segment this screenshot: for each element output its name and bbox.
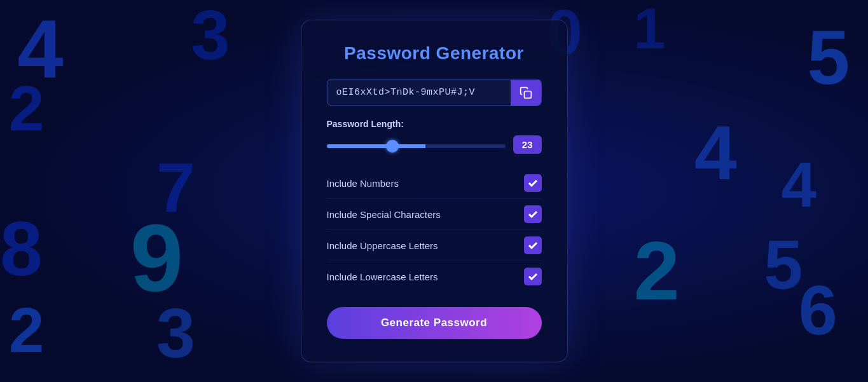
background-number: 8: [0, 210, 43, 287]
length-value-display: 23: [513, 135, 542, 154]
password-output: oEI6xXtd>TnDk-9mxPU#J;V: [327, 79, 511, 106]
background-number: 2: [633, 229, 679, 312]
option-label-numbers: Include Numbers: [327, 178, 399, 189]
check-icon: [528, 271, 538, 282]
card-title: Password Generator: [327, 43, 542, 64]
background-number: 9: [130, 210, 183, 306]
password-generator-card: Password Generator oEI6xXtd>TnDk-9mxPU#J…: [301, 20, 568, 362]
background-number: 5: [764, 229, 803, 299]
background-number: 3: [191, 0, 230, 70]
generate-password-button[interactable]: Generate Password: [327, 307, 542, 339]
svg-rect-0: [524, 91, 531, 98]
option-row-special: Include Special Characters: [327, 199, 542, 230]
slider-wrapper: [327, 139, 506, 151]
option-label-uppercase: Include Uppercase Letters: [327, 240, 438, 251]
background-number: 2: [9, 76, 45, 140]
length-label: Password Length:: [327, 119, 542, 129]
length-slider[interactable]: [327, 144, 506, 148]
checkbox-special[interactable]: [524, 205, 542, 223]
background-number: 1: [633, 0, 665, 57]
option-row-numbers: Include Numbers: [327, 168, 542, 199]
background-number: 4: [694, 114, 737, 191]
option-label-lowercase: Include Lowercase Letters: [327, 271, 438, 282]
options-container: Include NumbersInclude Special Character…: [327, 168, 542, 292]
background-number: 3: [156, 298, 195, 368]
checkbox-lowercase[interactable]: [524, 268, 542, 285]
background-number: 5: [807, 19, 850, 95]
option-label-special: Include Special Characters: [327, 209, 441, 220]
copy-button[interactable]: [511, 80, 541, 106]
copy-icon: [520, 86, 532, 99]
background-number: 4: [782, 153, 817, 216]
option-row-lowercase: Include Lowercase Letters: [327, 261, 542, 292]
option-row-uppercase: Include Uppercase Letters: [327, 230, 542, 261]
check-icon: [528, 209, 538, 219]
slider-row: 23: [327, 135, 542, 154]
background-number: 6: [799, 275, 837, 345]
check-icon: [528, 178, 538, 188]
password-display-row: oEI6xXtd>TnDk-9mxPU#J;V: [327, 79, 542, 106]
background-number: 2: [9, 298, 45, 362]
checkbox-uppercase[interactable]: [524, 236, 542, 254]
check-icon: [528, 240, 538, 250]
checkbox-numbers[interactable]: [524, 174, 542, 192]
